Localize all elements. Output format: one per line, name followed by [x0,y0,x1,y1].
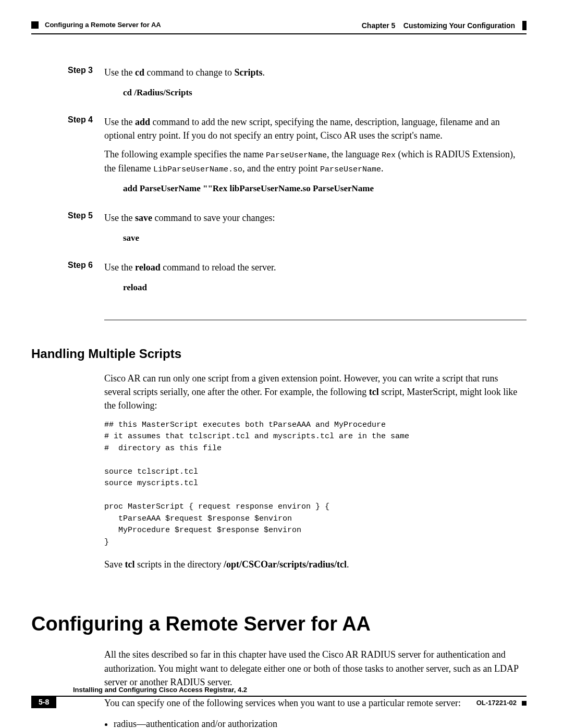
header-rule [31,33,527,34]
square-bullet-icon [31,21,39,29]
section-body: Cisco AR can run only one script from a … [104,372,527,572]
step-5: Step 5 Use the save command to save your… [31,211,527,254]
step-body: Use the cd command to change to Scripts.… [104,66,527,109]
text: , the language [327,149,382,159]
main-heading: Configuring a Remote Server for AA [31,613,527,635]
header-right: Chapter 5 Customizing Your Configuration [362,21,527,30]
text: command to add the new script, specifyin… [104,117,500,141]
command-line: add ParseUserName ""Rex libParseUserName… [123,182,527,195]
footer-book-title: Installing and Configuring Cisco Access … [73,686,527,694]
cmd: add [135,117,150,127]
step-label: Step 5 [68,211,104,254]
code-block: ## this MasterScript executes both tPars… [104,419,527,549]
text: The following example specifies the name [104,149,266,159]
bold: tcl [125,559,135,570]
footer-bar: 5-8 OL-17221-02 [31,696,527,708]
cmd: Scripts [234,67,262,78]
step-6: Step 6 Use the reload command to reload … [31,261,527,304]
text: Use the [104,67,135,78]
command-line: save [123,232,527,245]
header-end-marker-icon [522,21,527,30]
chapter-label: Chapter 5 [362,21,396,30]
text: . [347,559,349,570]
text: . [262,67,265,78]
paragraph: All the sites described so far in this c… [104,648,527,688]
text: command to reload the server. [161,262,276,273]
page-header: Configuring a Remote Server for AA Chapt… [31,21,527,30]
footer-right: OL-17221-02 [476,698,527,707]
page-footer: Installing and Configuring Cisco Access … [31,686,527,708]
command-line: cd /Radius/Scripts [123,87,527,100]
chapter-line: Chapter 5 Customizing Your Configuration [362,21,515,30]
text: , and the entry point [242,163,320,174]
step-body: Use the reload command to reload the ser… [104,261,527,304]
text: scripts in the directory [134,559,223,570]
text: Use the [104,262,135,273]
mono: LibParseUserName.so [153,165,242,174]
text: command to change to [144,67,234,78]
mono: Rex [382,151,396,160]
bold: /opt/CSCOar/scripts/radius/tcl [224,559,347,570]
header-left: Configuring a Remote Server for AA [31,21,161,29]
text: Use the [104,213,135,223]
header-section-title: Configuring a Remote Server for AA [45,21,161,29]
remote-section: Configuring a Remote Server for AA All t… [31,613,527,728]
page-container: Configuring a Remote Server for AA Chapt… [0,0,563,728]
text: Save [104,559,125,570]
step-3: Step 3 Use the cd command to change to S… [31,66,527,109]
text: command to save your changes: [152,213,275,223]
step-body: Use the add command to add the new scrip… [104,115,527,205]
section-rule [104,319,527,320]
multiscripts-section: Handling Multiple Scripts Cisco AR can r… [31,347,527,572]
command-line: reload [123,281,527,294]
cmd: cd [135,67,144,78]
step-label: Step 6 [68,261,104,304]
footer-end-marker-icon [522,701,527,706]
text: . [381,163,384,174]
chapter-title: Customizing Your Configuration [403,21,515,30]
mono: ParseUserName [320,165,381,174]
cmd: reload [135,262,161,273]
doc-id: OL-17221-02 [476,699,517,707]
section-heading: Handling Multiple Scripts [31,347,527,361]
bold: tcl [369,387,379,397]
cmd: save [135,213,152,223]
text: Use the [104,117,135,127]
step-label: Step 4 [68,115,104,205]
list-item: radius—authentication and/or authorizati… [114,717,527,728]
step-label: Step 3 [68,66,104,109]
step-4: Step 4 Use the add command to add the ne… [31,115,527,205]
bullet-list: radius—authentication and/or authorizati… [104,717,527,728]
step-body: Use the save command to save your change… [104,211,527,254]
page-number: 5-8 [31,696,56,708]
mono: ParseUserName [266,151,327,160]
